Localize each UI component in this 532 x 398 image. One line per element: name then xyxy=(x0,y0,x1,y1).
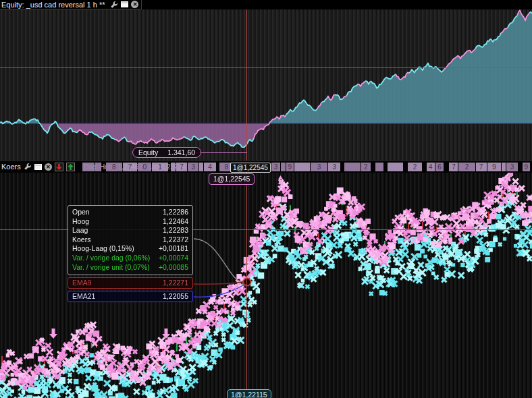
trade-marker-block: 0 xyxy=(138,163,151,171)
trade-marker-block: 9 xyxy=(523,163,530,171)
tooltip-row: Koers1,22372 xyxy=(72,235,188,245)
ema9-label: EMA9 xyxy=(72,278,92,288)
trade-marker-block xyxy=(199,163,203,171)
order-label-strip[interactable]: 1@1,22545 xyxy=(230,163,271,173)
tooltip-row: Hoog-Laag (0,15%)+0,00181 xyxy=(72,244,188,254)
trade-marker-block xyxy=(375,163,383,171)
trade-marker-block: 3 xyxy=(328,163,340,171)
trade-marker-block xyxy=(502,163,506,171)
trade-marker-block: 2 xyxy=(361,163,371,171)
equity-chart-canvas[interactable] xyxy=(0,9,532,161)
tooltip-row-value: 1,22464 xyxy=(163,217,188,227)
trade-marker-block: 9 xyxy=(286,163,294,171)
trade-marker-block xyxy=(294,163,310,171)
equity-title-box: Equity: _usd cad reversal 1 h ** ✕ xyxy=(0,0,142,9)
tooltip-row-label: Koers xyxy=(72,235,90,245)
ema9-value: 1,22271 xyxy=(163,278,188,288)
trade-marker-block: 3 xyxy=(506,163,518,171)
order-label-pending[interactable]: 1@1,22545 xyxy=(209,173,255,185)
tooltip-row-label: Var. / vorige unit (0,07%) xyxy=(72,263,150,273)
trade-marker-block: 6 xyxy=(435,163,444,171)
tooltip-row-value: +0,00181 xyxy=(159,244,188,254)
crosshair-vertical xyxy=(246,9,247,398)
tooltip-row-label: Open xyxy=(72,208,90,217)
trade-marker-block: 4 xyxy=(204,163,216,171)
trade-marker-block xyxy=(344,163,361,171)
tooltip-row-value: +0,00074 xyxy=(159,254,188,263)
ema21-label: EMA21 xyxy=(72,291,95,302)
trade-marker-block: 3 xyxy=(271,163,280,171)
trade-marker-block: 3 xyxy=(311,163,327,171)
trade-marker-block: 8 xyxy=(106,163,122,171)
ema21-readout: EMA21 1,22055 xyxy=(68,291,193,302)
equity-titlebar: Equity: _usd cad reversal 1 h ** ✕ xyxy=(0,0,532,9)
tooltip-row: Var. / vorige unit (0,07%)+0,00085 xyxy=(72,263,188,273)
ema9-readout: EMA9 1,22271 xyxy=(68,277,193,289)
tooltip-row: Var. / vorige dag (0,06%)+0,00074 xyxy=(72,254,188,263)
trade-marker-block xyxy=(281,163,286,171)
tooltip-row-value: 1,22283 xyxy=(163,226,188,235)
tooltip-row: Laag1,22283 xyxy=(72,226,188,235)
equity-tooltip-value: 1.341,60 xyxy=(167,148,195,157)
tooltip-row-value: +0,00085 xyxy=(159,263,188,273)
equity-panel-title: Equity: _usd cad reversal 1 h ** xyxy=(1,1,107,9)
trade-marker-block xyxy=(388,163,403,171)
trade-marker-block xyxy=(82,163,95,171)
wrench-icon[interactable] xyxy=(110,1,118,9)
trade-marker-block: 7 xyxy=(476,163,487,171)
trade-marker-block: 2 xyxy=(458,163,475,171)
tooltip-row: Hoog1,22464 xyxy=(72,217,188,227)
trade-marker-block: 7 xyxy=(123,163,137,171)
equity-tooltip-connector xyxy=(195,152,247,153)
trade-marker-block: 9 xyxy=(487,163,502,171)
tooltip-row: Open1,22286 xyxy=(72,208,188,217)
trade-marker-block: 3 xyxy=(188,163,198,171)
trade-marker-block: 2 xyxy=(408,163,421,171)
trade-marker-block: 1 xyxy=(152,163,167,171)
trade-marker-block: 7 xyxy=(449,163,458,171)
trading-workspace: Equity: _usd cad reversal 1 h ** ✕ Equit… xyxy=(0,0,532,398)
trade-marker-block xyxy=(171,163,175,171)
tooltip-row-label: Hoog xyxy=(72,217,89,227)
trade-marker-block: 4 xyxy=(427,163,435,171)
trade-marker-block xyxy=(95,163,101,171)
price-data-tooltip: Open1,22286Hoog1,22464Laag1,22283Koers1,… xyxy=(68,205,193,275)
trade-marker-block: 7 xyxy=(176,163,188,171)
close-icon[interactable]: ✕ xyxy=(131,1,138,8)
order-label-stop[interactable]: 1@1,22115 xyxy=(227,389,271,398)
tooltip-row-value: 1,22372 xyxy=(163,235,188,245)
maximize-icon[interactable] xyxy=(121,1,128,7)
crosshair-horizontal-equity xyxy=(0,67,532,68)
equity-tooltip-label: Equity xyxy=(138,148,158,157)
tooltip-row-label: Hoog-Laag (0,15%) xyxy=(72,244,134,254)
tooltip-row-value: 1,22286 xyxy=(163,208,188,217)
equity-tooltip: Equity 1.341,60 xyxy=(132,147,201,158)
tooltip-row-label: Laag xyxy=(72,226,88,235)
ema21-value: 1,22055 xyxy=(163,291,188,302)
tooltip-row-label: Var. / vorige dag (0,06%) xyxy=(72,254,150,263)
